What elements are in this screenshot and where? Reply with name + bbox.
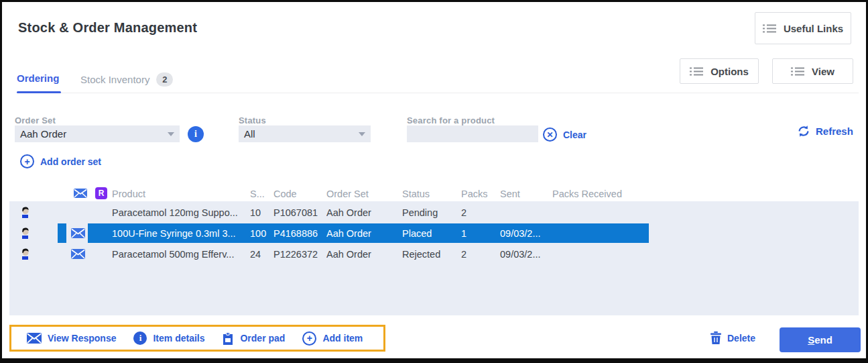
send-button[interactable]: Send (780, 327, 861, 352)
cell-order-set: Aah Order (326, 228, 402, 239)
cell-packs: 2 (461, 249, 500, 260)
refresh-label: Refresh (816, 125, 853, 137)
table-row-selected[interactable]: 100U-Fine Syringe 0.3ml 3... 100 P416888… (9, 223, 859, 243)
search-input[interactable] (407, 125, 538, 142)
table-row[interactable]: Paracetamol 500mg Efferv... 24 P1226372 … (9, 244, 859, 264)
tab-stock-inventory-label: Stock Inventory (80, 74, 149, 85)
item-details-label: Item details (153, 333, 204, 344)
list-icon (791, 66, 804, 76)
add-item-label: Add item (322, 333, 363, 344)
trash-icon (710, 331, 721, 344)
active-tab-underline (17, 91, 61, 93)
plus-circle-icon: + (20, 154, 34, 168)
order-table: Paracetamol 120mg Suppo... 10 P1067081 A… (9, 201, 859, 315)
clear-label: Clear (563, 129, 586, 140)
cell-code: P4168886 (273, 228, 326, 239)
page-title: Stock & Order Management (18, 20, 197, 36)
order-set-value: Aah Order (20, 128, 168, 140)
order-set-info-icon[interactable]: i (188, 126, 204, 142)
chevron-down-icon (359, 132, 365, 136)
cell-product: 100U-Fine Syringe 0.3ml 3... (112, 228, 250, 239)
plus-circle-icon: + (302, 331, 316, 346)
add-item-button[interactable]: + Add item (302, 331, 363, 346)
stock-inventory-count-badge: 2 (156, 72, 173, 87)
row-actions-toolbar: View Response i Item details Order pad +… (9, 325, 385, 352)
order-pad-label: Order pad (240, 333, 285, 344)
info-icon: i (133, 331, 147, 345)
add-order-set-button[interactable]: + Add order set (20, 154, 101, 168)
row-envelope-cell (70, 203, 86, 222)
item-details-button[interactable]: i Item details (133, 331, 204, 345)
cell-size: 24 (250, 249, 273, 260)
order-set-select[interactable]: Aah Order (15, 125, 180, 142)
cell-size: 100 (250, 228, 273, 239)
cell-code: P1067081 (273, 207, 326, 218)
r-badge-icon[interactable]: R (95, 187, 107, 199)
delete-label: Delete (727, 333, 755, 344)
row-indicator (58, 223, 66, 243)
useful-links-button[interactable]: Useful Links (755, 12, 851, 44)
cell-packs: 1 (461, 228, 500, 239)
tab-divider (17, 93, 859, 93)
clear-x-icon: ✕ (543, 127, 557, 142)
stock-order-management-window: Stock & Order Management Useful Links Op… (0, 0, 868, 363)
column-header-product[interactable]: Product (112, 189, 145, 199)
tab-stock-inventory[interactable]: Stock Inventory 2 (80, 72, 173, 87)
cell-product: Paracetamol 500mg Efferv... (112, 249, 250, 260)
row-indicator (58, 203, 66, 222)
add-order-set-label: Add order set (40, 156, 101, 167)
cell-status: Placed (402, 228, 461, 239)
cell-code: P1226372 (273, 249, 326, 260)
order-set-label: Order Set (15, 115, 56, 125)
list-icon (763, 23, 776, 34)
delete-button[interactable]: Delete (710, 331, 755, 344)
list-icon (690, 66, 703, 76)
cell-sent: 09/03/2... (500, 228, 552, 239)
status-value: All (244, 128, 359, 140)
row-indicator (58, 244, 66, 264)
order-pad-icon (222, 332, 234, 345)
cell-status: Pending (402, 207, 461, 218)
column-header-packs-received[interactable]: Packs Received (552, 189, 622, 199)
header-envelope-icon[interactable] (74, 189, 87, 198)
cell-packs: 2 (461, 207, 500, 218)
view-label: View (812, 66, 834, 77)
order-pad-button[interactable]: Order pad (222, 332, 285, 345)
column-header-size[interactable]: S... (250, 189, 265, 199)
status-label: Status (239, 115, 266, 125)
view-button[interactable]: View (772, 58, 853, 84)
row-envelope-icon[interactable] (70, 244, 86, 264)
column-header-sent[interactable]: Sent (500, 189, 520, 199)
view-response-label: View Response (48, 333, 116, 344)
options-label: Options (710, 66, 749, 77)
clear-button[interactable]: ✕ Clear (543, 127, 586, 142)
useful-links-label: Useful Links (784, 23, 843, 34)
row-envelope-icon[interactable] (70, 223, 86, 243)
cell-sent: 09/03/2... (500, 249, 552, 260)
person-icon (20, 227, 30, 239)
envelope-icon (27, 333, 42, 344)
refresh-icon (798, 125, 810, 138)
person-icon (20, 248, 30, 260)
column-header-order-set[interactable]: Order Set (326, 189, 369, 199)
status-select[interactable]: All (239, 125, 371, 142)
chevron-down-icon (168, 132, 174, 136)
column-header-code[interactable]: Code (273, 189, 297, 199)
column-header-packs[interactable]: Packs (461, 189, 488, 199)
view-response-button[interactable]: View Response (27, 333, 116, 344)
search-label: Search for a product (407, 115, 495, 125)
column-header-status[interactable]: Status (402, 189, 430, 199)
tab-ordering[interactable]: Ordering (17, 72, 59, 84)
options-button[interactable]: Options (680, 58, 759, 84)
person-icon (20, 206, 30, 218)
cell-product: Paracetamol 120mg Suppo... (112, 207, 250, 218)
cell-status: Rejected (402, 249, 461, 260)
cell-order-set: Aah Order (326, 207, 402, 218)
refresh-button[interactable]: Refresh (798, 125, 853, 138)
cell-order-set: Aah Order (326, 249, 402, 260)
table-row[interactable]: Paracetamol 120mg Suppo... 10 P1067081 A… (9, 203, 859, 222)
cell-size: 10 (250, 207, 273, 218)
